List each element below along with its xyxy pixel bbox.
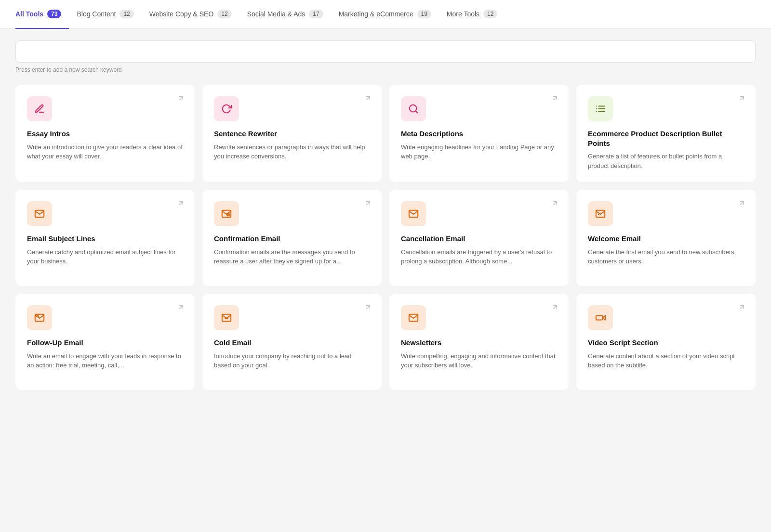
svg-line-1	[367, 97, 370, 100]
card-arrow-icon	[738, 94, 746, 104]
card-welcome-email[interactable]: Welcome EmailGenerate the first email yo…	[576, 190, 756, 286]
card-desc: Cancellation emails are triggered by a u…	[401, 247, 557, 266]
svg-line-2	[554, 97, 557, 100]
card-cancellation-email[interactable]: Cancellation EmailCancellation emails ar…	[389, 190, 569, 286]
svg-line-12	[180, 202, 183, 205]
card-arrow-icon	[177, 303, 185, 313]
card-icon	[27, 201, 52, 226]
card-sentence-rewriter[interactable]: Sentence RewriterRewrite sentences or pa…	[202, 85, 382, 182]
nav-tab-label: All Tools	[15, 10, 43, 18]
card-icon	[588, 201, 613, 226]
nav-tab-all-tools[interactable]: All Tools73	[15, 0, 69, 29]
svg-line-13	[367, 202, 370, 205]
nav-tab-label: Website Copy & SEO	[149, 10, 214, 18]
card-arrow-icon	[364, 199, 372, 209]
card-icon	[214, 201, 239, 226]
card-arrow-icon	[551, 303, 559, 313]
card-arrow-icon	[551, 199, 559, 209]
card-title: Confirmation Email	[214, 234, 370, 244]
card-icon	[214, 96, 239, 121]
nav-tab-marketing---ecommerce[interactable]: Marketing & eCommerce19	[331, 0, 439, 29]
svg-line-22	[367, 306, 370, 309]
svg-point-21	[37, 316, 38, 316]
card-newsletters[interactable]: NewslettersWrite compelling, engaging an…	[389, 294, 569, 390]
card-cold-email[interactable]: Cold EmailIntroduce your company by reac…	[202, 294, 382, 390]
nav-tab-badge: 73	[47, 10, 61, 18]
nav-tab-social-media---ads[interactable]: Social Media & Ads17	[239, 0, 331, 29]
nav-tab-badge: 19	[417, 10, 431, 18]
card-icon	[27, 96, 52, 121]
card-arrow-icon	[364, 303, 372, 313]
card-essay-intros[interactable]: Essay IntrosWrite an introduction to giv…	[15, 85, 195, 182]
search-input[interactable]	[15, 40, 756, 63]
card-icon	[401, 96, 426, 121]
search-hint: Press enter to add a new search keyword	[15, 66, 756, 73]
nav-tab-label: Marketing & eCommerce	[339, 10, 413, 18]
svg-line-24	[554, 306, 557, 309]
nav-tab-badge: 12	[120, 10, 133, 18]
card-title: Video Script Section	[588, 338, 744, 348]
card-desc: Write engaging headlines for your Landin…	[401, 143, 557, 161]
card-email-subject-lines[interactable]: Email Subject LinesGenerate catchy and o…	[15, 190, 195, 286]
card-title: Follow-Up Email	[27, 338, 183, 348]
card-arrow-icon	[177, 199, 185, 209]
card-desc: Generate content about a section of your…	[588, 351, 744, 370]
svg-line-5	[741, 97, 744, 100]
card-title: Welcome Email	[588, 234, 744, 244]
card-meta-descriptions[interactable]: Meta DescriptionsWrite engaging headline…	[389, 85, 569, 182]
card-video-script-section[interactable]: Video Script SectionGenerate content abo…	[576, 294, 756, 390]
card-desc: Generate the first email you send to new…	[588, 247, 744, 266]
card-icon	[588, 305, 613, 330]
nav-tab-badge: 12	[217, 10, 231, 18]
nav-tab-blog-content[interactable]: Blog Content12	[69, 0, 141, 29]
svg-line-15	[554, 202, 557, 205]
card-icon	[588, 96, 613, 121]
nav-tab-more-tools[interactable]: More Tools12	[439, 0, 505, 29]
card-icon	[214, 305, 239, 330]
card-follow-up-email[interactable]: Follow-Up EmailWrite an email to engage …	[15, 294, 195, 390]
card-arrow-icon	[738, 199, 746, 209]
nav-tab-label: Blog Content	[77, 10, 116, 18]
nav-tab-badge: 17	[309, 10, 323, 18]
card-grid: Essay IntrosWrite an introduction to giv…	[15, 85, 756, 390]
svg-line-16	[741, 202, 744, 205]
card-desc: Generate catchy and optimized email subj…	[27, 247, 183, 266]
card-title: Cancellation Email	[401, 234, 557, 244]
svg-line-4	[415, 111, 417, 113]
card-desc: Write an email to engage with your leads…	[27, 351, 183, 370]
card-title: Email Subject Lines	[27, 234, 183, 244]
card-desc: Write compelling, engaging and informati…	[401, 351, 557, 370]
card-desc: Rewrite sentences or paragraphs in ways …	[214, 143, 370, 161]
card-ecommerce-bullets[interactable]: Ecommerce Product Description Bullet Poi…	[576, 85, 756, 182]
card-icon	[401, 305, 426, 330]
card-arrow-icon	[551, 94, 559, 104]
svg-line-25	[741, 306, 744, 309]
nav-tab-label: Social Media & Ads	[247, 10, 306, 18]
card-title: Cold Email	[214, 338, 370, 348]
card-arrow-icon	[738, 303, 746, 313]
card-desc: Write an introduction to give your reade…	[27, 143, 183, 161]
nav-tab-badge: 12	[483, 10, 497, 18]
card-icon	[401, 201, 426, 226]
card-arrow-icon	[177, 94, 185, 104]
card-confirmation-email[interactable]: Confirmation EmailConfirmation emails ar…	[202, 190, 382, 286]
svg-line-0	[180, 97, 183, 100]
card-icon	[27, 305, 52, 330]
card-desc: Generate a list of features or bullet po…	[588, 152, 744, 170]
nav-bar: All Tools73Blog Content12Website Copy & …	[0, 0, 771, 29]
main-content: Press enter to add a new search keyword …	[0, 29, 771, 402]
card-arrow-icon	[364, 94, 372, 104]
card-title: Sentence Rewriter	[214, 129, 370, 139]
card-title: Ecommerce Product Description Bullet Poi…	[588, 129, 744, 148]
card-title: Essay Intros	[27, 129, 183, 139]
nav-tab-website-copy---seo[interactable]: Website Copy & SEO12	[142, 0, 239, 29]
svg-rect-26	[596, 315, 603, 320]
card-title: Newsletters	[401, 338, 557, 348]
card-desc: Introduce your company by reaching out t…	[214, 351, 370, 370]
nav-tab-label: More Tools	[447, 10, 479, 18]
card-desc: Confirmation emails are the messages you…	[214, 247, 370, 266]
svg-line-18	[180, 306, 183, 309]
card-title: Meta Descriptions	[401, 129, 557, 139]
